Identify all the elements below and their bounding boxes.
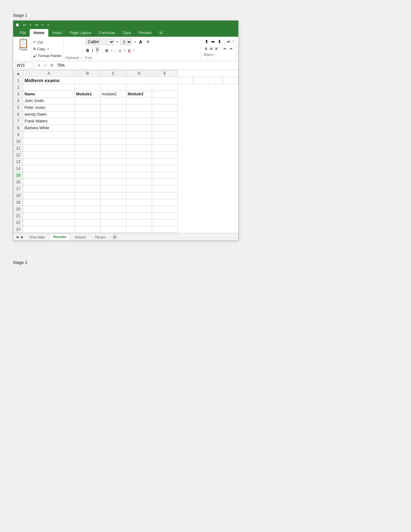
- cell-11-E[interactable]: [152, 145, 178, 152]
- row-header-6[interactable]: 6: [14, 111, 23, 118]
- add-sheet-button[interactable]: ⊕: [112, 234, 118, 240]
- cell-5-E[interactable]: [152, 104, 178, 111]
- font-grow-button[interactable]: A↑: [138, 39, 144, 45]
- cell-5-D[interactable]: [126, 104, 152, 111]
- cell-1-B[interactable]: [178, 77, 193, 84]
- cell-6-E[interactable]: [152, 111, 178, 118]
- cell-3-C[interactable]: module2: [101, 91, 126, 98]
- fill-color-button[interactable]: ◇: [117, 48, 122, 53]
- cell-20-B[interactable]: [75, 206, 101, 213]
- cell-4-A[interactable]: John Smith: [23, 98, 75, 104]
- clipboard-dialog-launcher[interactable]: ⌄: [80, 56, 82, 59]
- cell-21-C[interactable]: [101, 213, 126, 219]
- paste-button[interactable]: 📋 Paste: [16, 38, 31, 60]
- row-header-22[interactable]: 22: [14, 219, 23, 226]
- cell-2-C[interactable]: [101, 84, 126, 91]
- cell-16-C[interactable]: [101, 179, 126, 186]
- cell-15-E[interactable]: [152, 172, 178, 179]
- tab-page-layout[interactable]: Page Layout: [66, 29, 95, 37]
- cell-4-C[interactable]: [101, 98, 126, 104]
- alignment-dialog-launcher[interactable]: ⌄: [214, 53, 216, 56]
- cell-13-C[interactable]: [101, 159, 126, 165]
- row-header-12[interactable]: 12: [14, 152, 23, 159]
- redo-button[interactable]: ↪: [34, 22, 40, 28]
- sheet-tab-t6cars[interactable]: T6cars: [91, 234, 110, 240]
- cell-11-D[interactable]: [126, 145, 152, 152]
- cell-6-A[interactable]: wendy Owen: [23, 111, 75, 118]
- cell-16-A[interactable]: [23, 179, 75, 186]
- cell-10-D[interactable]: [126, 138, 152, 145]
- row-header-21[interactable]: 21: [14, 213, 23, 219]
- cell-1-D[interactable]: [208, 77, 223, 84]
- row-header-13[interactable]: 13: [14, 159, 23, 165]
- tab-insert[interactable]: Insert: [48, 29, 66, 37]
- cell-2-B[interactable]: [75, 84, 101, 91]
- format-painter-button[interactable]: 🖌 Format Painter: [33, 53, 62, 58]
- cell-11-A[interactable]: [23, 145, 75, 152]
- cell-20-C[interactable]: [101, 206, 126, 213]
- cell-7-C[interactable]: [101, 118, 126, 125]
- cell-20-A[interactable]: [23, 206, 75, 213]
- row-header-20[interactable]: 20: [14, 206, 23, 213]
- row-header-2[interactable]: 2: [14, 84, 23, 91]
- font-dialog-launcher[interactable]: ⌄: [93, 56, 95, 59]
- formula-input[interactable]: [56, 63, 236, 68]
- cell-18-C[interactable]: [101, 192, 126, 199]
- cell-10-E[interactable]: [152, 138, 178, 145]
- tab-file[interactable]: File: [16, 29, 30, 37]
- insert-function-button[interactable]: fx: [49, 63, 54, 68]
- cell-12-A[interactable]: [23, 152, 75, 159]
- cell-23-A[interactable]: [23, 226, 75, 233]
- cell-22-B[interactable]: [75, 219, 101, 226]
- cell-23-D[interactable]: [126, 226, 152, 233]
- border-button[interactable]: ⊞: [104, 48, 109, 53]
- cut-button[interactable]: ✂ Cut: [33, 40, 62, 44]
- cell-5-A[interactable]: Peter Jones: [23, 104, 75, 111]
- tab-data[interactable]: Data: [119, 29, 135, 37]
- cell-14-A[interactable]: [23, 165, 75, 172]
- cancel-formula-button[interactable]: ✕: [36, 63, 42, 68]
- align-bottom-button[interactable]: ⬇: [217, 39, 222, 44]
- font-color-button[interactable]: A: [127, 48, 132, 53]
- cell-22-E[interactable]: [152, 219, 178, 226]
- sheet-nav-left-button[interactable]: ◀: [15, 234, 20, 240]
- cell-17-B[interactable]: [75, 186, 101, 192]
- copy-button[interactable]: ⧉ Copy ▼: [33, 46, 62, 51]
- spreadsheet-container[interactable]: ▲ A B C D E 1Midterm exams23NameModule1m…: [13, 70, 238, 233]
- cell-10-B[interactable]: [75, 138, 101, 145]
- tab-formulas[interactable]: Formulas: [95, 29, 119, 37]
- cell-9-D[interactable]: [126, 131, 152, 138]
- sheet-tab-timedata[interactable]: Time data: [25, 234, 49, 240]
- row-header-3[interactable]: 3: [14, 91, 23, 98]
- align-center-button[interactable]: ≡: [209, 46, 213, 52]
- cell-4-D[interactable]: [126, 98, 152, 104]
- cell-3-B[interactable]: Module1: [75, 91, 101, 98]
- cell-21-B[interactable]: [75, 213, 101, 219]
- cell-1-A[interactable]: Midterm exams: [23, 77, 178, 84]
- cell-22-D[interactable]: [126, 219, 152, 226]
- cell-13-E[interactable]: [152, 159, 178, 165]
- font-shrink-button[interactable]: A↓: [146, 39, 152, 44]
- cell-21-E[interactable]: [152, 213, 178, 219]
- cell-14-B[interactable]: [75, 165, 101, 172]
- row-header-15[interactable]: 15: [14, 172, 23, 179]
- row-header-1[interactable]: 1: [14, 77, 23, 84]
- undo-button[interactable]: ↩: [22, 22, 28, 28]
- cell-14-C[interactable]: [101, 165, 126, 172]
- row-header-5[interactable]: 5: [14, 104, 23, 111]
- cell-7-B[interactable]: [75, 118, 101, 125]
- cell-18-D[interactable]: [126, 192, 152, 199]
- cell-8-B[interactable]: [75, 125, 101, 131]
- row-header-14[interactable]: 14: [14, 165, 23, 172]
- cell-5-B[interactable]: [75, 104, 101, 111]
- cell-14-D[interactable]: [126, 165, 152, 172]
- sheet-tab-results[interactable]: Results: [49, 233, 71, 240]
- cell-reference-box[interactable]: [15, 62, 33, 69]
- row-header-23[interactable]: 23: [14, 226, 23, 233]
- row-header-17[interactable]: 17: [14, 186, 23, 192]
- cell-5-C[interactable]: [101, 104, 126, 111]
- confirm-formula-button[interactable]: ✓: [43, 63, 48, 68]
- cell-12-C[interactable]: [101, 152, 126, 159]
- font-size-select[interactable]: 11: [120, 39, 132, 45]
- row-header-11[interactable]: 11: [14, 145, 23, 152]
